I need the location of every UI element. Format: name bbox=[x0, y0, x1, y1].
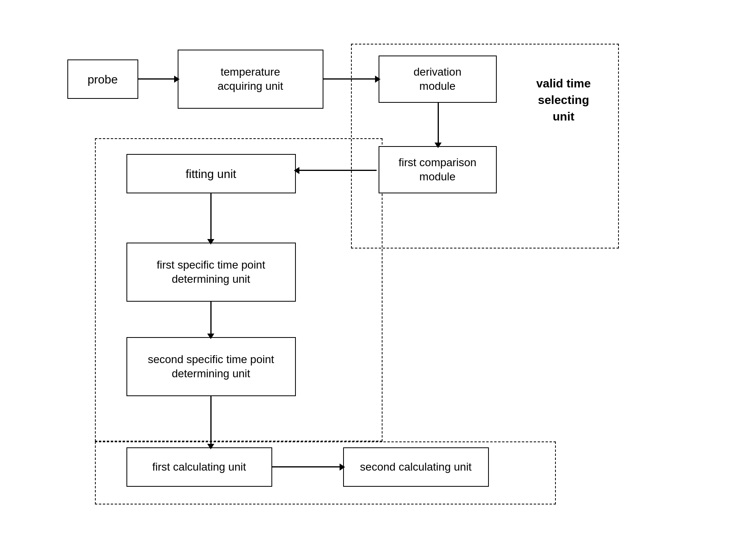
probe-box: probe bbox=[67, 59, 138, 99]
first-comparison-box: first comparisonmodule bbox=[379, 146, 497, 193]
arrow-temp-derivation bbox=[323, 78, 377, 80]
second-specific-box: second specific time pointdetermining un… bbox=[126, 337, 296, 396]
valid-time-label: valid timeselectingunit bbox=[524, 75, 603, 125]
arrow-fitting-first bbox=[210, 193, 212, 241]
second-calculating-box: second calculating unit bbox=[343, 447, 489, 487]
arrow-probe-temp bbox=[138, 78, 176, 80]
arrow-second-calculating bbox=[210, 396, 212, 445]
arrow-derivation-comparison bbox=[438, 103, 439, 144]
diagram-container: valid timeselectingunit probe temperatur… bbox=[56, 24, 686, 536]
fitting-box: fitting unit bbox=[126, 154, 296, 193]
arrow-comparison-fitting bbox=[298, 170, 377, 171]
arrow-first-second-calc bbox=[272, 466, 341, 467]
first-calculating-box: first calculating unit bbox=[126, 447, 272, 487]
first-specific-box: first specific time pointdetermining uni… bbox=[126, 243, 296, 302]
derivation-box: derivationmodule bbox=[379, 56, 497, 103]
arrow-first-second bbox=[210, 302, 212, 335]
temp-acquiring-box: temperatureacquiring unit bbox=[178, 50, 323, 109]
